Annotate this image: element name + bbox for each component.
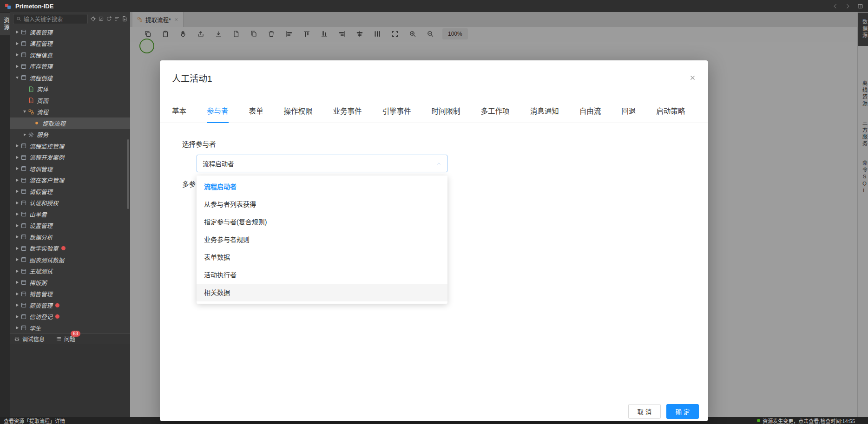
expand-arrow-icon[interactable] (14, 202, 20, 204)
tree-item[interactable]: 薪资管理 (10, 300, 130, 311)
tree-item-label: 库存管理 (29, 62, 53, 71)
tree-item[interactable]: 设置管理 (10, 220, 130, 232)
tree-item[interactable]: 数据分析 (10, 231, 130, 243)
layout-button[interactable] (857, 3, 863, 9)
expand-arrow-icon[interactable] (14, 144, 20, 147)
dialog-tab[interactable]: 多工作项 (481, 105, 510, 123)
locate-button[interactable] (90, 16, 96, 22)
tree-item[interactable]: 课程管理 (10, 38, 130, 50)
dialog-tab[interactable]: 时间限制 (432, 105, 460, 123)
tree-item[interactable]: 认证和授权 (10, 197, 130, 209)
tree-item[interactable]: 数字实验室 (10, 243, 130, 254)
expand-arrow-icon[interactable] (14, 315, 20, 318)
expand-arrow-icon[interactable] (14, 281, 20, 284)
search-input[interactable]: 输入关键字搜索 (13, 14, 88, 24)
tree-item[interactable]: 库存管理 (10, 61, 130, 72)
expand-arrow-icon[interactable] (14, 258, 20, 261)
dialog-close-icon[interactable] (689, 74, 696, 81)
tree-item[interactable]: 实体 (10, 84, 130, 95)
dialog-tab[interactable]: 基本 (172, 105, 186, 123)
tree-item[interactable]: 稀饭粥 (10, 277, 130, 288)
tree-item[interactable]: 页面 (10, 95, 130, 106)
app-icon (20, 313, 27, 320)
resources-rail-tab[interactable]: 资源 (0, 13, 10, 35)
dialog-tab[interactable]: 消息通知 (530, 105, 559, 123)
tree-item-label: 图表测试数据 (29, 255, 64, 264)
tree-item[interactable]: 流程 (10, 106, 130, 118)
forward-button[interactable] (845, 3, 851, 9)
tree-item[interactable]: 王斌测试 (10, 266, 130, 277)
search-icon (16, 16, 21, 21)
expand-arrow-icon[interactable] (14, 179, 20, 182)
tree-item[interactable]: 山羊君 (10, 209, 130, 220)
expand-arrow-icon[interactable] (14, 167, 20, 170)
status-message[interactable]: 查看资源「提取流程」详情 (4, 417, 65, 424)
dialog-tab[interactable]: 参与者 (207, 105, 229, 123)
expand-arrow-icon[interactable] (14, 270, 20, 273)
tree-item[interactable]: 信访登记 (10, 311, 130, 323)
tree-item[interactable]: 培训管理 (10, 163, 130, 175)
expand-arrow-icon[interactable] (14, 326, 20, 329)
dialog-tab[interactable]: 业务事件 (333, 105, 362, 123)
expand-arrow-icon[interactable] (14, 213, 20, 215)
tree-item[interactable]: 请假管理 (10, 186, 130, 197)
debug-info-tab[interactable]: 调试信息 (14, 335, 45, 343)
tree-item[interactable]: 提取流程 (10, 117, 130, 129)
problems-count-badge[interactable]: 63 (71, 331, 80, 337)
participant-select-label: 选择参与者 (182, 140, 696, 149)
expand-arrow-icon[interactable] (14, 53, 20, 56)
resource-change-notice[interactable]: 资源发生变更，点击查看,检查时间:14:55 (757, 417, 855, 424)
file-plus-button[interactable] (122, 16, 128, 22)
tree-item[interactable]: 流程开发案例 (10, 152, 130, 163)
dialog-tab[interactable]: 表单 (249, 105, 263, 123)
dialog-tab[interactable]: 启动策略 (656, 105, 685, 123)
tree-item[interactable]: 潜在客户管理 (10, 175, 130, 186)
dropdown-option[interactable]: 指定参与者(复合规则) (197, 213, 447, 231)
back-button[interactable] (832, 3, 838, 9)
expand-arrow-icon[interactable] (14, 304, 20, 307)
expand-arrow-icon[interactable] (14, 247, 20, 250)
expand-arrow-icon[interactable] (14, 190, 20, 193)
tree-item[interactable]: 课程信息 (10, 49, 130, 61)
tree-item[interactable]: 销售管理 (10, 288, 130, 300)
caret-up-icon (436, 161, 441, 166)
tree-item[interactable]: 服务 (10, 129, 130, 141)
refresh-button[interactable] (106, 16, 112, 22)
dropdown-option[interactable]: 流程启动者 (197, 178, 447, 196)
tree-item[interactable]: 图表测试数据 (10, 254, 130, 266)
expand-arrow-icon[interactable] (14, 77, 20, 79)
tree-item[interactable]: 学生 (10, 322, 130, 333)
expand-arrow-icon[interactable] (14, 42, 20, 45)
dropdown-option[interactable]: 业务参与者规则 (197, 231, 447, 248)
dialog-tab[interactable]: 操作权限 (284, 105, 313, 123)
sidebar-scrollbar[interactable] (127, 139, 129, 209)
tree-item[interactable]: 流程监控管理 (10, 140, 130, 152)
dialog-tab[interactable]: 引擎事件 (382, 105, 411, 123)
expand-arrow-icon[interactable] (14, 235, 20, 238)
dropdown-option[interactable]: 表单数据 (197, 248, 447, 266)
expand-arrow-icon[interactable] (14, 65, 20, 68)
dropdown-option[interactable]: 相关数据 (197, 284, 447, 301)
title-bar: Primeton-IDE (0, 0, 868, 12)
ok-button[interactable]: 确 定 (666, 404, 699, 419)
tree-item[interactable]: 流程创建 (10, 72, 130, 84)
expand-arrow-icon[interactable] (14, 156, 20, 159)
dropdown-option[interactable]: 活动执行者 (197, 266, 447, 284)
app-icon (20, 63, 27, 70)
collapse-list-button[interactable] (114, 16, 120, 22)
expand-arrow-icon[interactable] (14, 31, 20, 33)
app-icon (20, 268, 27, 274)
check-square-button[interactable] (98, 16, 104, 22)
cancel-button[interactable]: 取 消 (628, 404, 661, 419)
participant-select[interactable]: 流程启动者 (197, 155, 447, 172)
expand-arrow-icon[interactable] (21, 133, 28, 136)
expand-arrow-icon[interactable] (14, 224, 20, 227)
dialog-tab[interactable]: 自由流 (579, 105, 601, 123)
tree-item[interactable]: 课表管理 (10, 26, 130, 38)
expand-arrow-icon[interactable] (14, 293, 20, 295)
app-icon (20, 302, 27, 308)
refresh-icon (106, 16, 112, 22)
dropdown-option[interactable]: 从参与者列表获得 (197, 196, 447, 213)
expand-arrow-icon[interactable] (21, 111, 28, 113)
dialog-tab[interactable]: 回退 (621, 105, 636, 123)
